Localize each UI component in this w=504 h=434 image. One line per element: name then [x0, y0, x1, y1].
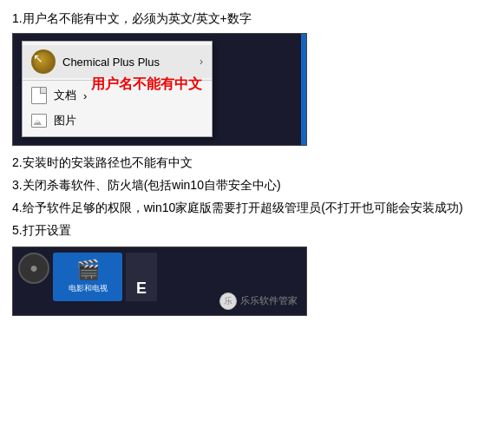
menu-item-app: ↖ Chemical Plus Plus ›: [23, 45, 212, 78]
watermark: 乐 乐乐软件管家: [219, 293, 298, 310]
screenshot-context-menu: ↖ Chemical Plus Plus › 文档 › 图片 用户名不能有中文: [12, 33, 307, 146]
blue-scrollbar: [301, 34, 306, 145]
taskbar-app-box: 🎬 电影和电视: [53, 253, 122, 301]
watermark-text: 乐乐软件管家: [240, 294, 298, 307]
instruction-4: 4.给予软件足够的权限，win10家庭版需要打开超级管理员(不打开也可能会安装成…: [12, 198, 492, 219]
red-warning-text: 用户名不能有中文: [91, 76, 202, 94]
images-label: 图片: [54, 113, 76, 128]
taskbar-round-icon: ●: [18, 253, 49, 284]
menu-item-images: 图片: [23, 108, 212, 133]
taskbar-letter-text: E: [136, 279, 147, 298]
instruction-1: 1.用户名不能有中文，必须为英文/英文+数字: [12, 9, 492, 28]
cursor-icon: ↖: [33, 51, 43, 65]
taskbar-app-label: 电影和电视: [69, 283, 108, 294]
watermark-icon: 乐: [219, 293, 237, 310]
docs-label: 文档: [54, 88, 76, 103]
instruction-2: 2.安装时的安装路径也不能有中文: [12, 153, 492, 174]
app-name-text: Chemical Plus Plus: [62, 56, 160, 69]
instruction-3: 3.关闭杀毒软件、防火墙(包括win10自带安全中心): [12, 175, 492, 196]
docs-arrow: ›: [83, 89, 87, 102]
taskbar-app-icon: 🎬: [76, 259, 100, 281]
taskbar-letter-box: E: [126, 253, 157, 301]
app-icon: ↖: [31, 49, 56, 74]
menu-arrow: ›: [200, 56, 203, 68]
taskbar-round-inner: ●: [29, 260, 38, 276]
screenshot-taskbar: ● 🎬 电影和电视 E 乐 乐乐软件管家: [12, 247, 307, 316]
image-icon: [31, 114, 47, 128]
instruction-5: 5.打开设置: [12, 220, 492, 241]
file-icon: [31, 87, 47, 104]
